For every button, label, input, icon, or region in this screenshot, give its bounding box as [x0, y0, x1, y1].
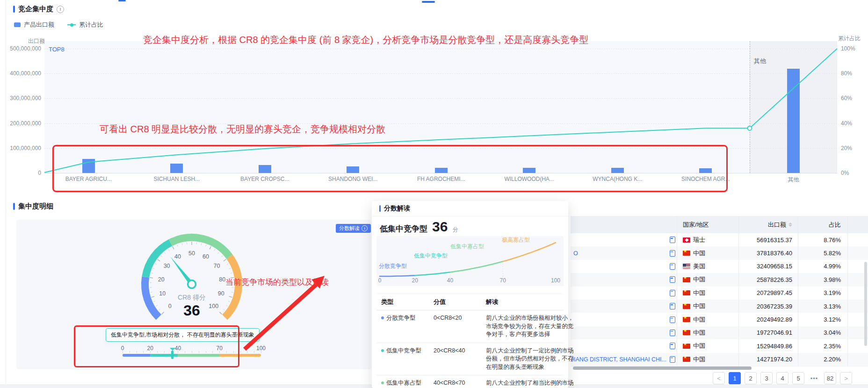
- customs-doc-icon[interactable]: [670, 316, 675, 323]
- company-cell: [571, 300, 677, 313]
- y2-tick: 60%: [841, 95, 852, 101]
- customs-doc-icon[interactable]: [670, 276, 675, 283]
- sort-icon[interactable]: [788, 223, 792, 227]
- curve-x-tick: 100: [551, 277, 560, 284]
- table-row[interactable]: 中国20249492.893.12%: [571, 313, 868, 326]
- page-1[interactable]: 1: [729, 372, 741, 384]
- table-row[interactable]: 中国19727046.913.04%: [571, 326, 868, 340]
- x-label: 其他: [788, 176, 799, 184]
- badge-info-icon: i: [362, 225, 368, 231]
- export-cell: 37818376.40: [739, 246, 798, 259]
- customs-doc-icon[interactable]: [670, 290, 675, 296]
- table-row[interactable]: 瑞士56916315.378.76%: [571, 233, 868, 247]
- company-link-fragment[interactable]: O: [573, 250, 578, 257]
- score-interpretation-badge[interactable]: 分数解读 i: [336, 224, 371, 233]
- customs-doc-icon[interactable]: [670, 303, 675, 309]
- curve-x-tick: 70: [500, 277, 506, 284]
- annotation-top: 竞企集中度分析，根据 CR8 的竞企集中度 (前 8 家竞企)，分析竞争市场是分…: [143, 34, 588, 46]
- ratio-cell: 3.19%: [798, 287, 848, 300]
- ratio-cell: 3.13%: [798, 300, 848, 313]
- page-5[interactable]: 5: [792, 372, 804, 384]
- extra-cell: [848, 233, 868, 246]
- svg-text:80: 80: [219, 276, 225, 283]
- country-cell: 中国: [677, 353, 739, 366]
- page-next[interactable]: >: [840, 372, 852, 384]
- svg-text:70: 70: [213, 263, 220, 269]
- y2-tick: 0%: [841, 170, 849, 176]
- page-ellipsis[interactable]: •••: [808, 372, 820, 384]
- flag-icon-cn: [683, 317, 690, 322]
- company-cell: [571, 339, 677, 352]
- page-82[interactable]: 82: [824, 372, 836, 384]
- detail-title: 集中度明细: [18, 202, 53, 211]
- company-link-fragment[interactable]: AD,SONGJIANG DISTRICT, SHANGHAI CHI...: [571, 356, 666, 363]
- y-tick: 400,000,000: [0, 70, 41, 77]
- slider-minor-tick: [240, 351, 241, 353]
- region-divider-line: [750, 41, 750, 173]
- interp-desc: 前八大企业控制了一定比例的市场份额，但市场仍然相对分散，不存在明显的寡头垄断现象: [481, 343, 581, 375]
- interp-range: 0<CR8<20: [429, 310, 481, 343]
- table-row[interactable]: 中国20367235.393.13%: [571, 300, 868, 313]
- popup-score-unit: 分: [452, 226, 458, 234]
- page-3[interactable]: 3: [760, 372, 773, 384]
- y-tick: 200,000,000: [0, 120, 41, 127]
- table-row[interactable]: AD,SONGJIANG DISTRICT, SHANGHAI CHI...中国…: [571, 353, 868, 366]
- ratio-cell: 3.04%: [798, 326, 848, 339]
- interp-range: 40<CR8<70: [429, 375, 481, 388]
- curve-zone-label: 分散竞争型: [379, 262, 407, 270]
- flag-icon-cn: [683, 290, 690, 295]
- export-cell: 25878226.35: [739, 273, 798, 286]
- ratio-cell: 8.76%: [798, 233, 848, 246]
- table-row[interactable]: 美国32409658.154.99%: [571, 260, 868, 273]
- export-cell: 19727046.91: [739, 326, 798, 339]
- type-dot: [381, 349, 384, 352]
- interp-range: 20<CR8<40: [429, 343, 481, 375]
- gauge-hub: [188, 280, 196, 288]
- ratio-cell: 2.20%: [798, 353, 848, 366]
- y2-tick: 80%: [841, 70, 852, 77]
- legend-item-export[interactable]: 产品出口额: [14, 21, 54, 29]
- flag-icon-cn: [683, 304, 690, 309]
- page-4[interactable]: 4: [776, 372, 788, 384]
- svg-text:60: 60: [203, 253, 209, 260]
- type-dot: [381, 381, 384, 384]
- table-row[interactable]: 中国20729897.453.19%: [571, 287, 868, 300]
- annotation-rect-chart: [52, 145, 728, 192]
- section-title-concentration: 竞企集中度 !: [13, 5, 64, 14]
- svg-text:20: 20: [158, 276, 165, 283]
- customs-doc-icon[interactable]: [670, 250, 675, 257]
- customs-doc-icon[interactable]: [670, 237, 675, 243]
- interpretation-table-header: 类型 分值 解读: [376, 294, 564, 310]
- header-export[interactable]: 出口额: [739, 216, 798, 233]
- country-cell: 中国: [677, 287, 739, 300]
- gauge-label: CR8 得分: [154, 294, 229, 302]
- flag-icon-cn: [683, 344, 690, 349]
- customs-doc-icon[interactable]: [670, 343, 675, 349]
- extra-cell: [848, 353, 868, 366]
- customs-doc-icon[interactable]: [670, 356, 675, 363]
- interpretation-row: 低集中竞争型20<CR8<40前八大企业控制了一定比例的市场份额，但市场仍然相对…: [376, 343, 564, 376]
- page-title: 竞企集中度: [18, 5, 53, 14]
- customs-doc-icon[interactable]: [670, 263, 675, 270]
- svg-text:50: 50: [188, 250, 195, 257]
- legend-item-cumulative[interactable]: 累计占比: [67, 21, 103, 29]
- bar-8[interactable]: [787, 69, 800, 173]
- page-2[interactable]: 2: [745, 372, 757, 384]
- horizontal-scrollbar[interactable]: [573, 366, 752, 370]
- top-tab-indicator: [118, 0, 126, 1]
- info-icon[interactable]: !: [57, 6, 64, 13]
- gauge-score: 36: [154, 302, 229, 319]
- table-row[interactable]: 中国25878226.353.98%: [571, 273, 868, 287]
- page-prev[interactable]: <: [713, 372, 725, 384]
- country-cell: 中国: [677, 326, 739, 339]
- vertical-scrollbar[interactable]: [864, 262, 867, 346]
- slider-label: 100: [256, 345, 266, 352]
- curve-x-tick: 20: [412, 277, 418, 284]
- y-axis-title: 出口额: [28, 37, 45, 45]
- export-cell: 20729897.45: [739, 287, 798, 300]
- interp-desc: 前八大企业的市场份额相对较小，市场竞争较为分散，存在大量的竞争对手，客户有更多选…: [481, 310, 581, 343]
- customs-doc-icon[interactable]: [670, 330, 675, 336]
- extra-cell: [848, 246, 868, 259]
- table-row[interactable]: 中国15294849.862.35%: [571, 339, 868, 353]
- table-row[interactable]: O中国37818376.405.82%: [571, 246, 868, 260]
